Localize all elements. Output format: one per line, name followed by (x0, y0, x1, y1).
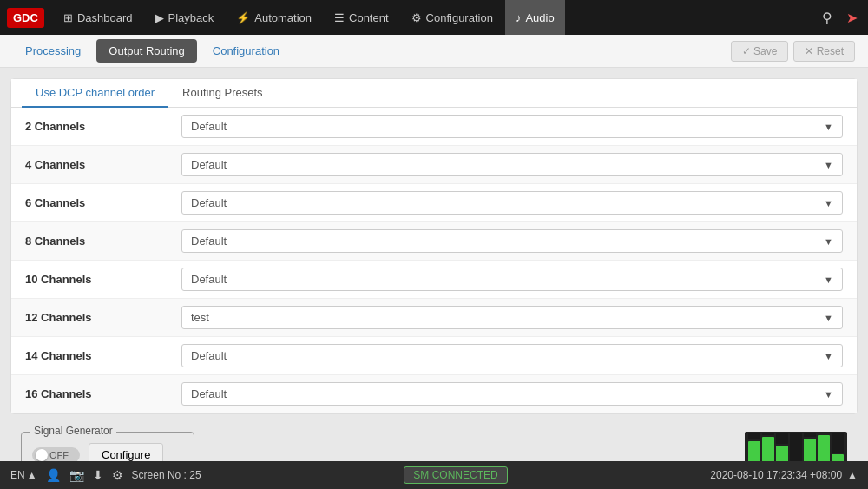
vu-green-segment (748, 441, 760, 461)
sm-connected-badge: SM CONNECTED (404, 466, 507, 484)
chevron-down-icon: ▼ (824, 198, 833, 208)
content-icon: ☰ (334, 11, 345, 24)
status-right: 2020-08-10 17:23:34 +08:00 ▲ (710, 469, 858, 481)
tab-routing-presets[interactable]: Routing Presets (168, 79, 277, 108)
nav-audio-label: Audio (525, 11, 554, 24)
channel-label-ch10: 10 Channels (25, 273, 181, 286)
chevron-down-icon: ▼ (824, 122, 833, 132)
vu-bar-col-c (776, 433, 788, 461)
tab-processing[interactable]: Processing (13, 39, 93, 63)
channel-label-ch6: 6 Channels (25, 196, 181, 209)
vu-green-segment (832, 454, 844, 461)
download-icon[interactable]: ⬇ (93, 468, 103, 482)
language-button[interactable]: EN ▲ (10, 469, 37, 481)
camera-icon[interactable]: 📷 (69, 468, 84, 482)
dashboard-icon: ⊞ (63, 11, 73, 24)
channel-select-ch8[interactable]: Default ▼ (181, 229, 843, 253)
nav-automation-label: Automation (254, 11, 312, 24)
channel-value-ch14: Default (191, 349, 227, 362)
status-center: SM CONNECTED (212, 466, 700, 484)
tab-output-routing[interactable]: Output Routing (96, 39, 196, 63)
vu-dark-segment (776, 433, 788, 444)
signal-generator-box: Signal Generator OFF Configure (21, 432, 194, 461)
playback-icon: ▶ (155, 11, 164, 24)
chevron-down-icon: ▼ (824, 236, 833, 247)
settings-icon[interactable]: ⚙ (112, 468, 123, 482)
vu-bar-col-r (762, 433, 774, 461)
vu-dark-segment (790, 433, 802, 461)
configure-button[interactable]: Configure (89, 443, 163, 461)
configuration-icon: ⚙ (411, 11, 422, 24)
channel-select-ch16[interactable]: Default ▼ (181, 382, 843, 406)
nav-automation[interactable]: ⚡ Automation (226, 0, 322, 35)
channel-select-ch2[interactable]: Default ▼ (181, 115, 843, 138)
channel-select-ch4[interactable]: Default ▼ (181, 153, 843, 176)
nav-content[interactable]: ☰ Content (324, 0, 399, 35)
screen-no-label: Screen No : 25 (132, 469, 201, 481)
vu-dark-segment (748, 433, 760, 439)
save-button[interactable]: ✓ Save (731, 41, 789, 62)
status-bar: EN ▲ 👤 📷 ⬇ ⚙ Screen No : 25 SM CONNECTED… (0, 461, 868, 489)
channel-value-ch10: Default (191, 273, 227, 286)
channel-value-ch6: Default (191, 196, 227, 209)
share-icon[interactable]: ⚲ (819, 6, 836, 30)
main-content: Use DCP channel order Routing Presets 2 … (0, 68, 868, 461)
screen-number: 25 (189, 469, 201, 481)
timestamp: 2020-08-10 17:23:34 +08:00 (710, 469, 842, 481)
channel-select-ch14[interactable]: Default ▼ (181, 344, 843, 367)
inner-tabs-bar: Use DCP channel order Routing Presets (11, 79, 857, 108)
channel-label-ch16: 16 Channels (25, 387, 181, 400)
nav-audio[interactable]: ♪ Audio (505, 0, 565, 35)
vu-bar-col-l (748, 433, 760, 461)
toggle-label: OFF (49, 450, 69, 460)
signal-generator-toggle[interactable]: OFF (32, 447, 80, 462)
vu-green-segment (818, 435, 830, 461)
nav-configuration-label: Configuration (426, 11, 493, 24)
channel-label-ch2: 2 Channels (25, 120, 181, 133)
vu-dark-segment (832, 433, 844, 453)
chevron-down-icon: ▼ (824, 351, 833, 361)
vu-bars (745, 432, 847, 461)
chevron-down-icon: ▼ (824, 274, 833, 285)
tab-configuration[interactable]: Configuration (201, 39, 292, 63)
channel-select-ch12[interactable]: test ▼ (181, 306, 843, 329)
channel-value-ch8: Default (191, 235, 227, 248)
nav-content-label: Content (349, 11, 389, 24)
tab-use-dcp[interactable]: Use DCP channel order (22, 79, 168, 108)
nav-playback[interactable]: ▶ Playback (145, 0, 225, 35)
vu-dark-segment (762, 433, 774, 435)
channel-label-ch12: 12 Channels (25, 311, 181, 324)
lang-arrow: ▲ (27, 469, 37, 481)
exit-icon[interactable]: ➤ (843, 6, 861, 30)
channel-row-ch8: 8 Channels Default ▼ (11, 222, 857, 261)
vu-green-segment (804, 439, 816, 461)
channel-value-ch2: Default (191, 120, 227, 133)
nav-dashboard[interactable]: ⊞ Dashboard (53, 0, 143, 35)
chevron-down-icon: ▼ (824, 389, 833, 400)
nav-configuration[interactable]: ⚙ Configuration (401, 0, 503, 35)
channel-rows: 2 Channels Default ▼ 4 Channels Default … (11, 108, 857, 413)
channel-row-ch10: 10 Channels Default ▼ (11, 261, 857, 299)
vu-bar-col-lfe (790, 433, 802, 461)
reset-button[interactable]: ✕ Reset (793, 41, 855, 62)
automation-icon: ⚡ (236, 11, 250, 24)
channel-select-ch6[interactable]: Default ▼ (181, 191, 843, 215)
channel-row-ch12: 12 Channels test ▼ (11, 299, 857, 337)
channel-label-ch8: 8 Channels (25, 235, 181, 248)
chevron-down-icon: ▼ (824, 160, 833, 170)
vu-bar-col-lrn (832, 433, 844, 461)
vu-green-segment (762, 437, 774, 461)
user-icon[interactable]: 👤 (46, 468, 61, 482)
routing-card: Use DCP channel order Routing Presets 2 … (10, 78, 858, 414)
channel-value-ch4: Default (191, 158, 227, 171)
signal-generator-label: Signal Generator (30, 425, 116, 437)
channel-row-ch14: 14 Channels Default ▼ (11, 337, 857, 375)
audio-icon: ♪ (516, 11, 522, 24)
chevron-down-icon: ▼ (824, 313, 833, 323)
channel-row-ch2: 2 Channels Default ▼ (11, 108, 857, 146)
top-navigation: GDC ⊞ Dashboard ▶ Playback ⚡ Automation … (0, 0, 868, 35)
channel-row-ch4: 4 Channels Default ▼ (11, 146, 857, 184)
channel-select-ch10[interactable]: Default ▼ (181, 268, 843, 291)
bottom-section: Signal Generator OFF Configure Enable Pr… (10, 423, 858, 461)
vu-bar-col-ls (804, 433, 816, 461)
